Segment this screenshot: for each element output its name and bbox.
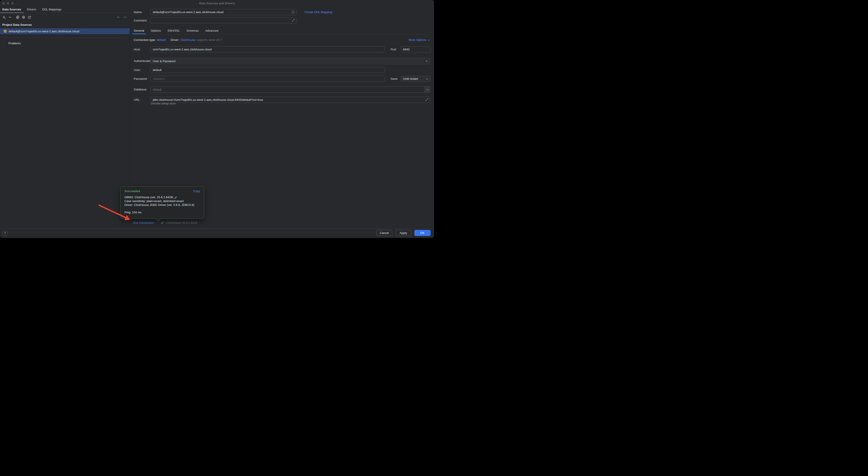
data-source-label: default@szm7oqed0o.us-west-2.aws.clickho… [9,30,79,33]
problems-section-label[interactable]: Problems [8,42,21,45]
driver-note: supports since 20.7 [196,38,222,42]
database-combobox[interactable]: default [151,86,430,93]
url-input[interactable] [151,97,430,103]
host-input[interactable] [151,46,385,53]
tab-data-sources[interactable]: Data Sources [2,6,21,13]
name-label: Name: [134,9,142,15]
ok-button[interactable]: OK [414,230,431,236]
tab-ddl-mappings[interactable]: DDL Mappings [42,6,62,13]
settings-icon[interactable] [22,15,25,19]
help-button[interactable]: ? [2,231,7,236]
host-label: Host: [134,46,141,53]
ping-line: Ping: 104 ms [124,210,200,214]
url-label: URL: [134,97,141,103]
add-icon[interactable] [2,15,6,19]
left-tab-bar: Data Sources Drivers DDL Mappings [0,6,130,13]
status-succeeded: Succeeded [124,190,140,193]
left-panel: Data Sources Drivers DDL Mappings [0,6,130,228]
authentication-dropdown[interactable]: User & Password [151,58,430,64]
case-sensitivity-line: Case sensitivity: plain=exact, delimited… [124,199,200,203]
edit-pencil-icon[interactable] [174,196,177,199]
divider [2,37,128,38]
data-source-list-item[interactable]: default@szm7oqed0o.us-west-2.aws.clickho… [0,28,130,34]
tab-ssh-ssl[interactable]: SSH/SSL [167,28,180,34]
open-in-new-icon[interactable] [28,15,31,19]
forward-arrow-icon[interactable] [123,15,126,19]
password-label: Password: [134,76,148,82]
dialog-footer: ? Cancel Apply OK [0,228,434,238]
save-label: Save: [391,76,398,82]
driver-label: Driver: [170,38,179,42]
test-connection-row: Test Connection ClickHouse 25.6.2.6426 [133,221,197,225]
chevron-down-icon [428,39,430,41]
chevron-down-icon[interactable] [425,87,430,93]
tab-drivers[interactable]: Drivers [27,6,36,13]
database-label: Database: [134,86,147,93]
duplicate-icon[interactable] [16,15,20,19]
navigation-arrows [117,13,126,22]
expand-editor-icon[interactable] [292,19,295,22]
clickhouse-icon [3,29,7,33]
project-data-sources-header: Project Data Sources [2,23,32,27]
port-label: Port: [391,46,397,53]
connection-info-row: Connection type: default Driver: ClickHo… [134,38,222,42]
chevron-down-icon [426,77,428,80]
comment-label: Comment: [134,18,147,24]
dbms-line: DBMS: ClickHouse (ver. 25.6.2.6426) [124,195,173,199]
user-input[interactable] [151,67,385,73]
create-ddl-mapping-link[interactable]: Create DDL Mapping [305,10,332,14]
copy-link[interactable]: Copy [193,190,200,193]
driver-line: Driver: ClickHouse JDBC Driver (ver. 0.8… [124,203,200,207]
connection-type-label: Connection type: [134,38,156,42]
data-sources-dialog: Data Sources and Drivers Data Sources Dr… [0,0,434,238]
tab-schemas[interactable]: Schemas [186,28,199,34]
expand-editor-icon[interactable] [425,98,428,101]
save-dropdown[interactable]: Until restart [401,76,431,82]
cancel-button[interactable]: Cancel [376,230,392,236]
tab-advanced[interactable]: Advanced [205,28,218,34]
url-note: Overrides settings above [151,102,176,105]
apply-button[interactable]: Apply [396,230,411,236]
check-icon [161,221,164,225]
driver-link[interactable]: ClickHouse [180,38,195,42]
test-connection-link[interactable]: Test Connection [133,221,154,225]
back-arrow-icon[interactable] [117,15,120,19]
connection-type-link[interactable]: default [157,38,166,42]
remove-icon[interactable] [8,15,12,19]
password-input[interactable] [151,76,385,82]
comment-input[interactable] [151,18,297,24]
name-input[interactable] [151,9,297,15]
test-connection-result-popup: Succeeded Copy DBMS: ClickHouse (ver. 25… [120,186,204,218]
more-options-link[interactable]: More Options [409,38,430,42]
test-connection-status: ClickHouse 25.6.2.6426 [166,221,197,225]
tab-options[interactable]: Options [151,28,161,34]
tab-general[interactable]: General [134,28,144,34]
name-refresh-circle-icon[interactable] [291,10,295,14]
port-input[interactable] [401,46,431,53]
user-label: User: [134,67,141,73]
data-source-toolbar [0,13,130,22]
settings-tab-bar: General Options SSH/SSL Schemas Advanced [134,28,434,34]
window-title: Data Sources and Drivers [0,0,434,6]
chevron-down-icon [425,60,428,62]
titlebar: Data Sources and Drivers [0,0,434,6]
